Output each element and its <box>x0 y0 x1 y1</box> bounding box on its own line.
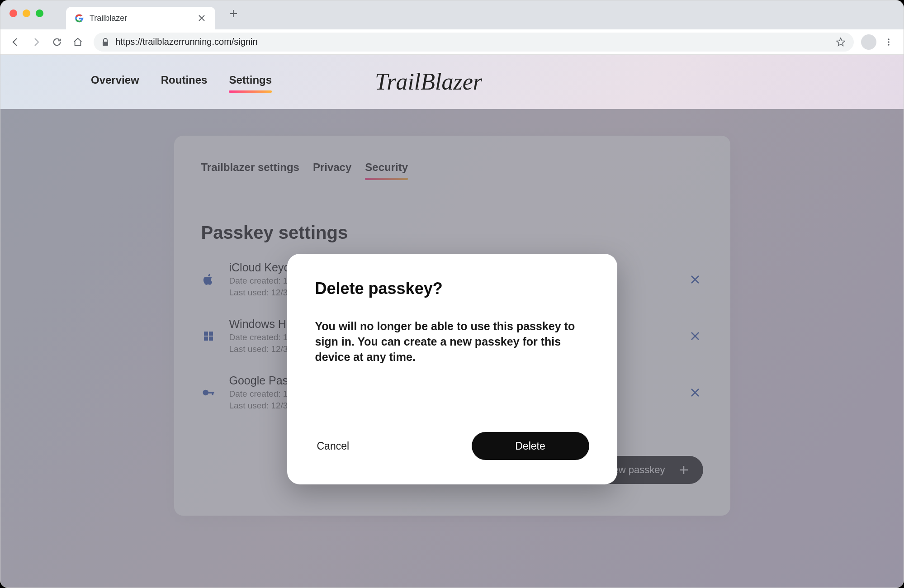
dialog-title: Delete passkey? <box>315 279 589 298</box>
brand-logo: TrailBlazer <box>375 68 482 95</box>
modal-overlay[interactable]: Delete passkey? You will no longer be ab… <box>0 109 904 588</box>
primary-nav: Overview Routines Settings TrailBlazer <box>0 55 904 95</box>
url-text: https://trailblazerrunning.com/signin <box>115 37 829 47</box>
window-maximize-button[interactable] <box>36 9 43 17</box>
profile-avatar[interactable] <box>861 34 876 50</box>
tab-close-button[interactable] <box>196 13 207 24</box>
nav-routines[interactable]: Routines <box>161 74 208 90</box>
new-tab-button[interactable] <box>224 5 242 23</box>
tab-favicon-icon <box>74 13 84 23</box>
tab-strip: Trailblazer <box>0 0 904 29</box>
address-bar[interactable]: https://trailblazerrunning.com/signin <box>94 33 854 52</box>
browser-toolbar: https://trailblazerrunning.com/signin <box>0 29 904 55</box>
page-content: Overview Routines Settings TrailBlazer T… <box>0 55 904 588</box>
cancel-button[interactable]: Cancel <box>315 435 351 458</box>
svg-point-2 <box>888 38 890 40</box>
dialog-body: You will no longer be able to use this p… <box>315 319 589 365</box>
bookmark-star-icon[interactable] <box>836 37 846 47</box>
svg-point-3 <box>888 41 890 43</box>
lock-icon <box>102 38 109 46</box>
nav-settings[interactable]: Settings <box>229 74 272 90</box>
forward-button[interactable] <box>28 33 45 51</box>
dialog-actions: Cancel Delete <box>315 432 589 460</box>
browser-menu-button[interactable] <box>880 33 897 51</box>
window-minimize-button[interactable] <box>23 9 30 17</box>
browser-window: Trailblazer https://trailblazerrunning.c… <box>0 0 904 588</box>
tab-title: Trailblazer <box>90 14 191 23</box>
browser-tab[interactable]: Trailblazer <box>66 7 215 29</box>
home-button[interactable] <box>69 33 86 51</box>
nav-overview[interactable]: Overview <box>91 74 139 90</box>
window-close-button[interactable] <box>9 9 17 17</box>
svg-point-4 <box>888 44 890 46</box>
back-button[interactable] <box>7 33 24 51</box>
svg-rect-1 <box>103 42 108 46</box>
delete-passkey-dialog: Delete passkey? You will no longer be ab… <box>287 254 617 484</box>
window-controls <box>9 9 43 17</box>
reload-button[interactable] <box>48 33 66 51</box>
delete-button[interactable]: Delete <box>472 432 589 460</box>
